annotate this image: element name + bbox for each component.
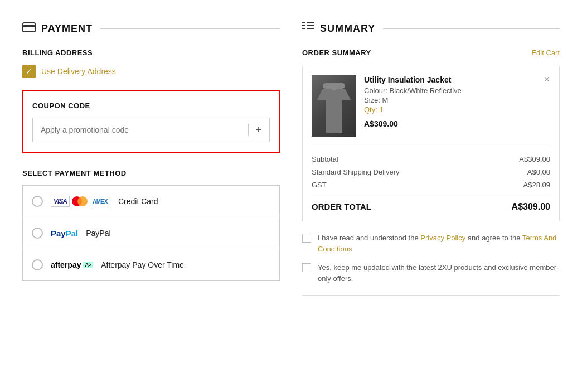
- privacy-policy-text: I have read and understood the Privacy P…: [318, 233, 560, 254]
- product-info: Utility Insulation Jacket Colour: Black/…: [364, 75, 550, 137]
- payment-option-credit-card[interactable]: VISA AMEX Credit Card: [23, 186, 279, 217]
- billing-address-label: BILLING ADDRESS: [22, 49, 280, 57]
- newsletter-text: Yes, keep me updated with the latest 2XU…: [318, 262, 560, 284]
- billing-address-section: BILLING ADDRESS ✓ Use Delivery Address: [22, 49, 280, 78]
- afterpay-badge: A>: [83, 262, 93, 268]
- credit-card-label: Credit Card: [118, 197, 158, 206]
- svg-rect-2: [302, 22, 305, 23]
- amex-logo: AMEX: [90, 197, 110, 206]
- paypal-pal-text: Pal: [66, 229, 79, 238]
- paypal-logo: PayPal: [51, 229, 78, 238]
- svg-rect-5: [307, 22, 314, 23]
- payment-method-label: SELECT PAYMENT METHOD: [22, 169, 280, 177]
- gst-row: GST A$28.09: [312, 181, 550, 189]
- product-close-button[interactable]: ✕: [544, 75, 550, 83]
- use-delivery-address-row[interactable]: ✓ Use Delivery Address: [22, 65, 280, 78]
- payment-method-section: SELECT PAYMENT METHOD VISA AMEX Credit C…: [22, 169, 280, 281]
- afterpay-radio[interactable]: [32, 259, 43, 270]
- mastercard-logo: [72, 196, 88, 206]
- subtotal-value: A$309.00: [519, 155, 550, 163]
- payment-header: PAYMENT: [22, 22, 280, 35]
- afterpay-label: Afterpay Pay Over Time: [101, 260, 184, 269]
- payment-options-box: VISA AMEX Credit Card PayPal: [22, 185, 280, 281]
- shipping-label: Standard Shipping Delivery: [312, 168, 400, 176]
- shipping-value: A$0.00: [527, 168, 550, 176]
- use-delivery-label: Use Delivery Address: [41, 67, 116, 76]
- coupon-input[interactable]: [41, 125, 241, 134]
- svg-marker-9: [317, 89, 351, 133]
- product-name: Utility Insulation Jacket: [364, 75, 550, 84]
- payment-title: PAYMENT: [41, 23, 93, 35]
- payment-option-afterpay[interactable]: afterpay A> Afterpay Pay Over Time: [23, 249, 279, 280]
- gst-value: A$28.09: [523, 181, 550, 189]
- credit-card-radio[interactable]: [32, 196, 43, 207]
- edit-cart-link[interactable]: Edit Cart: [531, 49, 560, 57]
- coupon-divider: [248, 124, 249, 136]
- newsletter-checkbox[interactable]: [302, 263, 311, 272]
- subtotal-row: Subtotal A$309.00: [312, 155, 550, 163]
- summary-icon: [302, 22, 314, 35]
- mc-circle-right: [77, 196, 88, 206]
- privacy-policy-link[interactable]: Privacy Policy: [420, 234, 465, 242]
- shipping-row: Standard Shipping Delivery A$0.00: [312, 168, 550, 176]
- coupon-label: COUPON CODE: [32, 101, 270, 110]
- svg-rect-7: [307, 28, 314, 29]
- svg-rect-3: [302, 25, 305, 26]
- privacy-policy-checkbox[interactable]: [302, 234, 311, 243]
- svg-rect-6: [307, 25, 314, 26]
- privacy-policy-row: I have read and understood the Privacy P…: [302, 233, 560, 254]
- gst-label: GST: [312, 181, 327, 189]
- payment-divider: [100, 28, 280, 29]
- bottom-divider: [302, 295, 560, 296]
- paypal-radio[interactable]: [32, 228, 43, 239]
- svg-rect-4: [302, 28, 305, 29]
- afterpay-logo: afterpay A>: [51, 260, 93, 269]
- summary-title: SUMMARY: [320, 23, 375, 35]
- subtotal-label: Subtotal: [312, 155, 338, 163]
- product-price: A$309.00: [364, 119, 550, 128]
- order-total-value: A$309.00: [512, 202, 550, 212]
- svg-rect-1: [23, 25, 35, 27]
- order-summary-header: ORDER SUMMARY Edit Cart: [302, 49, 560, 57]
- visa-logo: VISA: [51, 196, 70, 207]
- order-total-label: ORDER TOTAL: [312, 202, 371, 212]
- left-panel: PAYMENT BILLING ADDRESS ✓ Use Delivery A…: [22, 22, 280, 296]
- checkmark-icon: ✓: [26, 67, 32, 75]
- credit-card-logos: VISA AMEX: [51, 196, 110, 207]
- product-size: Size: M: [364, 96, 550, 104]
- order-summary-label: ORDER SUMMARY: [302, 49, 371, 57]
- payment-option-paypal[interactable]: PayPal PayPal: [23, 217, 279, 249]
- afterpay-text: afterpay: [51, 260, 81, 269]
- order-summary-box: Utility Insulation Jacket Colour: Black/…: [302, 66, 560, 221]
- paypal-pay-text: Pay: [51, 229, 66, 238]
- newsletter-row: Yes, keep me updated with the latest 2XU…: [302, 262, 560, 284]
- use-delivery-checkbox[interactable]: ✓: [22, 65, 36, 78]
- order-total-row: ORDER TOTAL A$309.00: [312, 196, 550, 212]
- product-image: [312, 75, 356, 137]
- paypal-label: PayPal: [86, 229, 110, 238]
- payment-icon: [22, 22, 36, 35]
- product-row: Utility Insulation Jacket Colour: Black/…: [312, 75, 550, 146]
- right-panel: SUMMARY ORDER SUMMARY Edit Cart: [302, 22, 560, 296]
- product-qty: Qty: 1: [364, 105, 550, 114]
- product-colour: Colour: Black/White Reflective: [364, 86, 550, 95]
- coupon-apply-button[interactable]: +: [255, 124, 261, 136]
- summary-header: SUMMARY: [302, 22, 560, 35]
- coupon-code-section: COUPON CODE +: [22, 90, 280, 153]
- coupon-input-row: +: [32, 118, 270, 142]
- summary-divider: [383, 28, 560, 29]
